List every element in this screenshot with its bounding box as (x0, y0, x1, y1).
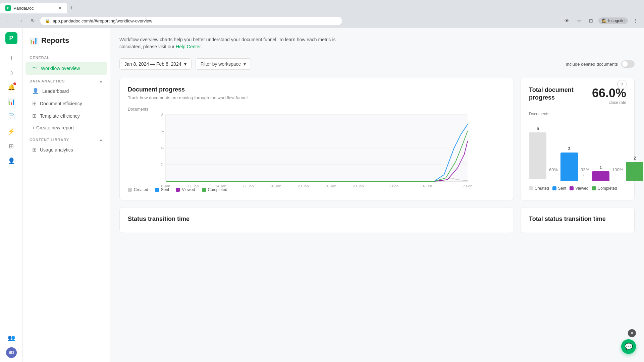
toggle-thumb (622, 61, 628, 67)
data-analytics-chevron: ▲ (99, 79, 103, 83)
total-card-header: Total document progress 66.0% close rate (529, 86, 626, 105)
back-button[interactable]: ← (4, 16, 13, 25)
help-center-link[interactable]: Help Center (176, 44, 201, 49)
total-legend-completed: Completed (592, 186, 617, 191)
svg-text:14 Jan: 14 Jan (215, 184, 226, 188)
close-notification-button[interactable]: ✕ (628, 329, 636, 337)
chat-button[interactable]: 💬 (621, 339, 636, 354)
leaderboard-icon: 👤 (32, 88, 39, 94)
date-range-label: Jan 8, 2024 — Feb 8, 2024 (124, 61, 181, 67)
legend-viewed: Viewed (176, 187, 195, 192)
charts-grid: Document progress Track how documents ar… (119, 78, 635, 200)
incognito-badge: 🕵 Incognito (598, 17, 628, 24)
icon-sidebar: P ＋ ⌂ 🔔 📊 📄 ⚡ ⊞ 👤 👥 SD (0, 28, 23, 362)
avatar[interactable]: SD (6, 347, 17, 358)
home-icon[interactable]: ⌂ (5, 66, 18, 79)
forward-button[interactable]: → (16, 16, 25, 25)
reports-icon[interactable]: 📊 (5, 95, 18, 109)
total-legend-viewed: Viewed (570, 186, 588, 191)
total-status-transition-title: Total status transition time (529, 216, 626, 223)
tab-close-button[interactable]: ✕ (58, 6, 62, 10)
include-deleted-toggle[interactable] (621, 60, 635, 68)
template-icon[interactable]: ⊞ (5, 139, 18, 153)
svg-text:17 Jan: 17 Jan (243, 184, 254, 188)
sidebar-item-usage-analytics[interactable]: ⊞ Usage analytics (25, 143, 107, 156)
page-title: Reports (41, 36, 69, 45)
add-user-icon[interactable]: 👥 (5, 331, 18, 345)
bar-created-rect (529, 132, 546, 179)
filter-row: Jan 8, 2024 — Feb 8, 2024 ▾ Filter by wo… (119, 58, 635, 70)
sidebar-item-workflow-overview[interactable]: 〜 Workflow overview (25, 62, 107, 75)
notifications-icon[interactable]: 🔔 (5, 80, 18, 94)
svg-text:23 Jan: 23 Jan (298, 184, 309, 188)
svg-text:8 Jan: 8 Jan (161, 184, 170, 188)
line-chart-container: 8- 6- 4- 2- (128, 114, 505, 183)
workspace-filter[interactable]: Filter by workspace ▾ (196, 58, 251, 70)
contacts-icon[interactable]: 👤 (5, 154, 18, 168)
svg-text:26 Jan: 26 Jan (325, 184, 336, 188)
doc-progress-title: Document progress (128, 86, 505, 93)
sidebar-icon[interactable]: ⊡ (586, 16, 596, 25)
address-bar[interactable]: 🔒 app.pandadoc.com/a/#/reporting/workflo… (40, 17, 342, 25)
legend-sent: Sent (155, 187, 169, 192)
template-efficiency-icon: ⊞ (32, 113, 37, 119)
total-legend-sent: Sent (552, 186, 567, 191)
svg-text:29 Jan: 29 Jan (353, 184, 364, 188)
content-library-chevron: ▲ (99, 137, 103, 142)
total-document-progress-card: Total document progress 66.0% close rate… (521, 78, 635, 200)
sidebar-item-create-new-report[interactable]: + Create new report (25, 122, 107, 133)
svg-text:2-: 2- (161, 163, 164, 167)
description-text: Workflow overview charts help you better… (119, 36, 354, 50)
browser-tab[interactable]: P PandaDoc ✕ (0, 3, 67, 13)
data-analytics-section[interactable]: DATA ANALYTICS ▲ (23, 75, 110, 85)
help-button[interactable]: ? (617, 80, 627, 89)
app-logo[interactable]: P (5, 32, 17, 44)
url-text: app.pandadoc.com/a/#/reporting/workflow-… (53, 18, 152, 23)
bar-chart: 5 60% → 3 33% → 1 (529, 120, 626, 181)
leaderboard-label: Leaderboard (42, 88, 69, 94)
template-efficiency-label: Template efficiency (40, 113, 80, 119)
total-legend-dot-created (529, 186, 533, 190)
svg-text:1 Feb: 1 Feb (389, 184, 398, 188)
workspace-label: Filter by workspace (201, 61, 241, 67)
sidebar-item-template-efficiency[interactable]: ⊞ Template efficiency (25, 110, 107, 122)
total-status-transition-card: Total status transition time (521, 207, 635, 233)
tab-title: PandaDoc (13, 6, 34, 11)
menu-icon[interactable]: ⋮ (631, 16, 640, 25)
svg-text:6-: 6- (161, 129, 164, 133)
legend-completed: Completed (202, 187, 227, 192)
refresh-button[interactable]: ↻ (28, 16, 38, 25)
sidebar-item-leaderboard[interactable]: 👤 Leaderboard (25, 85, 107, 97)
doc-efficiency-icon: ⊞ (32, 100, 37, 107)
content-library-label: CONTENT LIBRARY (30, 138, 69, 142)
svg-text:11 Jan: 11 Jan (187, 184, 199, 188)
close-rate-label: close rate (592, 100, 626, 105)
workspace-chevron: ▾ (244, 61, 246, 67)
total-legend-dot-sent (552, 186, 556, 190)
bar-completed-rect (626, 162, 643, 181)
date-range-filter[interactable]: Jan 8, 2024 — Feb 8, 2024 ▾ (119, 58, 192, 70)
svg-text:20 Jan: 20 Jan (270, 184, 281, 188)
bar-viewed-rect (592, 171, 609, 181)
workflow-overview-label: Workflow overview (41, 66, 80, 71)
line-chart-svg: 8- 6- 4- 2- (128, 114, 505, 181)
add-button[interactable]: ＋ (5, 51, 18, 64)
sidebar-item-document-efficiency[interactable]: ⊞ Document efficiency (25, 97, 107, 110)
content-library-section[interactable]: CONTENT LIBRARY ▲ (23, 133, 110, 143)
y-axis-label: Documents (128, 107, 505, 112)
general-section-label: GENERAL (23, 52, 110, 62)
legend-dot-viewed (176, 188, 180, 192)
legend-dot-sent (155, 188, 159, 192)
sidebar-bottom: 👥 SD (5, 331, 18, 358)
bar-sent: 3 (560, 146, 578, 181)
lightning-icon[interactable]: ⚡ (5, 125, 18, 138)
workflow-icon: 〜 (32, 65, 38, 72)
document-icon[interactable]: 📄 (5, 110, 18, 123)
total-legend-created: Created (529, 186, 549, 191)
total-legend-dot-completed (592, 186, 596, 190)
include-deleted-toggle-row: Include deleted documents (566, 60, 635, 68)
bar-completed: 2 (626, 156, 643, 181)
bookmark-icon[interactable]: ☆ (574, 16, 584, 25)
svg-text:7 Feb: 7 Feb (463, 184, 472, 188)
new-tab-button[interactable]: + (67, 3, 76, 13)
